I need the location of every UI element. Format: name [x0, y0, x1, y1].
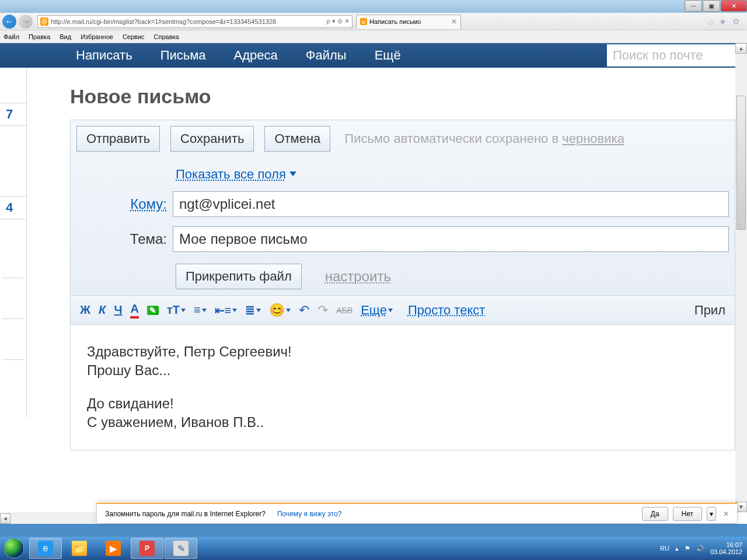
subject-label: Тема:	[76, 231, 173, 247]
menu-help[interactable]: Справка	[154, 33, 179, 40]
nav-addresses[interactable]: Адреса	[234, 48, 278, 63]
left-separator	[2, 359, 24, 360]
left-number-4: 4	[0, 196, 26, 219]
subject-field-row: Тема:	[76, 226, 729, 252]
browser-nav-bar: ← → @ http://e.mail.ru/cgi-bin/msglist?b…	[0, 13, 747, 30]
tray-lang[interactable]: RU	[660, 545, 669, 552]
toolbar-right-label: Прил	[694, 303, 725, 318]
undo-button[interactable]: ↶	[299, 303, 309, 318]
vertical-scrollbar[interactable]: ▲ ▼	[735, 43, 747, 512]
scroll-up-button[interactable]: ▲	[735, 43, 747, 54]
left-number-7: 7	[0, 103, 26, 126]
to-input[interactable]	[173, 191, 729, 217]
notif-no-button[interactable]: Нет	[673, 507, 702, 521]
taskbar-ie[interactable]: e	[29, 538, 62, 559]
tab-favicon-icon: @	[360, 18, 367, 25]
nav-more[interactable]: Ещё	[375, 48, 401, 63]
site-favicon-icon: @	[40, 18, 48, 26]
window-maximize-button[interactable]: ▣	[703, 0, 720, 12]
forward-button[interactable]: →	[19, 15, 33, 29]
send-button[interactable]: Отправить	[76, 126, 160, 152]
favorites-icon[interactable]: ★	[719, 17, 727, 26]
underline-button[interactable]: Ч	[114, 303, 122, 317]
mail-search-placeholder: Поиск по почте	[613, 48, 703, 63]
url-controls[interactable]: ρ ▾ ⊘ ✕	[323, 18, 350, 25]
blank-line	[87, 380, 718, 394]
page-content: Написать Письма Адреса Файлы Ещё Поиск п…	[0, 43, 735, 512]
tab-close-icon[interactable]: ✕	[451, 18, 457, 26]
body-line: С уважением, Иванов П.В..	[87, 413, 718, 432]
menu-file[interactable]: Файл	[4, 33, 19, 40]
mail-top-nav: Написать Письма Адреса Файлы Ещё Поиск п…	[0, 43, 735, 68]
align-button[interactable]: ≡	[194, 303, 207, 317]
taskbar-powerpoint[interactable]: P	[131, 538, 163, 559]
browser-tab[interactable]: @ Написать письмо ✕	[356, 15, 461, 29]
left-column: 7 4	[0, 68, 27, 418]
subject-input[interactable]	[173, 226, 729, 252]
menu-view[interactable]: Вид	[60, 33, 71, 40]
tray-clock[interactable]: 16:07 03.04.2012	[710, 541, 742, 555]
save-button[interactable]: Сохранить	[170, 126, 254, 152]
show-all-fields-link[interactable]: Показать все поля	[176, 167, 296, 182]
home-icon[interactable]: ⌂	[708, 17, 713, 26]
body-line: До свидание!	[87, 394, 718, 413]
plain-text-link[interactable]: Просто текст	[408, 303, 485, 318]
message-body[interactable]: Здравствуйте, Петр Сергеевич! Прошу Вас.…	[70, 325, 735, 450]
autosave-hint: Письмо автоматически сохранено в чернови…	[344, 131, 624, 146]
system-tray: RU ▴ ⚑ 🔊 16:07 03.04.2012	[660, 541, 742, 555]
list-button[interactable]: ≣	[245, 303, 261, 317]
tray-flag-icon[interactable]: ⚑	[685, 545, 690, 552]
configure-link[interactable]: настроить	[325, 268, 391, 285]
menu-service[interactable]: Сервис	[123, 33, 145, 40]
redo-button[interactable]: ↷	[317, 303, 328, 318]
cancel-button[interactable]: Отмена	[264, 126, 330, 152]
scroll-left-button[interactable]: ◄	[0, 513, 11, 524]
bold-button[interactable]: Ж	[80, 303, 90, 317]
emoji-button[interactable]: 😊	[269, 303, 291, 318]
left-separator	[2, 318, 24, 319]
back-button[interactable]: ←	[2, 15, 16, 29]
attach-file-button[interactable]: Прикрепить файл	[176, 264, 302, 289]
window-close-button[interactable]: ✕	[721, 0, 747, 12]
notif-dropdown-button[interactable]: ▾	[707, 507, 716, 521]
browser-menu-bar: Файл Правка Вид Избранное Сервис Справка	[0, 30, 747, 43]
italic-button[interactable]: К	[99, 303, 106, 317]
tab-strip: @ Написать письмо ✕	[356, 15, 461, 29]
window-minimize-button[interactable]: ─	[685, 0, 702, 12]
notif-yes-button[interactable]: Да	[642, 507, 668, 521]
mail-search-input[interactable]: Поиск по почте	[607, 44, 735, 66]
tab-title: Написать письмо	[369, 18, 421, 25]
main-area: Новое письмо Отправить Сохранить Отмена …	[27, 68, 735, 512]
body-line: Прошу Вас...	[87, 361, 718, 380]
taskbar-explorer[interactable]: 📁	[63, 538, 96, 559]
taskbar: e 📁 ▶ P ✎ RU ▴ ⚑ 🔊 16:07 03.04.2012	[0, 537, 747, 560]
nav-letters[interactable]: Письма	[160, 48, 206, 63]
tray-volume-icon[interactable]: 🔊	[696, 545, 704, 552]
scroll-thumb[interactable]	[736, 96, 746, 230]
highlight-button[interactable]: ✎	[147, 306, 159, 315]
left-separator	[2, 278, 24, 278]
clear-format-button[interactable]: АБВ	[336, 306, 352, 315]
notif-close-icon[interactable]: ✕	[723, 510, 729, 518]
fontsize-button[interactable]: тT	[167, 303, 186, 317]
taskbar-media[interactable]: ▶	[97, 538, 130, 559]
indent-button[interactable]: ⇤≡	[215, 303, 238, 317]
url-text: http://e.mail.ru/cgi-bin/msglist?back=1#…	[51, 18, 323, 25]
more-button[interactable]: Еще	[361, 303, 393, 318]
notif-why-link[interactable]: Почему я вижу это?	[277, 510, 342, 518]
start-button[interactable]	[0, 537, 28, 560]
notif-text: Запомнить пароль для mail.ru в Internet …	[105, 510, 266, 518]
taskbar-notepad[interactable]: ✎	[165, 538, 197, 559]
to-label[interactable]: Кому:	[76, 196, 173, 212]
content-shell: Написать Письма Адреса Файлы Ещё Поиск п…	[0, 43, 747, 524]
nav-compose[interactable]: Написать	[76, 48, 132, 63]
menu-favorites[interactable]: Избранное	[81, 33, 113, 40]
body-line: Здравствуйте, Петр Сергеевич!	[87, 342, 718, 361]
tray-arrow-icon[interactable]: ▴	[675, 545, 679, 552]
menu-edit[interactable]: Правка	[29, 33, 50, 40]
color-button[interactable]: А	[130, 302, 138, 318]
drafts-link[interactable]: черновика	[562, 131, 624, 146]
settings-icon[interactable]: ⚙	[732, 17, 740, 26]
nav-files[interactable]: Файлы	[306, 48, 347, 63]
address-bar[interactable]: @ http://e.mail.ru/cgi-bin/msglist?back=…	[37, 15, 352, 28]
